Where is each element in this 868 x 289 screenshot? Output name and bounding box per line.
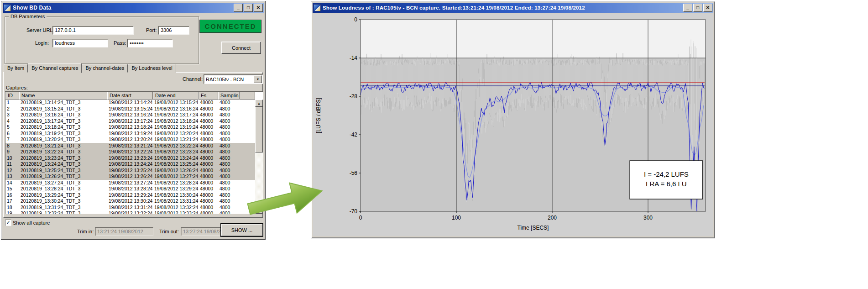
table-cell: 4800 [218,168,240,174]
table-cell: 19/08/2012 13:30:24 [153,192,199,199]
table-cell: 19/08/2012 13:32:24 [153,205,199,211]
table-row[interactable]: 820120819_13:21:24_TDT_319/08/2012 13:21… [5,143,255,149]
maximize-icon[interactable]: □ [244,4,253,12]
table-cell: 20120819_13:24:24_TDT_3 [19,161,107,168]
connect-button[interactable]: Connect [221,42,261,54]
table-cell: 20120819_13:15:24_TDT_3 [19,106,107,112]
right-window-titlebar[interactable]: Show Loudness of : RAC105tv - BCN captur… [313,3,713,13]
table-cell: 20120819_13:26:24_TDT_3 [19,173,107,180]
chevron-down-icon[interactable]: ▼ [254,75,262,83]
column-header-date-start[interactable]: Date start [107,92,153,100]
table-cell: 19/08/2012 13:22:24 [107,149,153,155]
close-icon[interactable]: ✕ [254,4,263,12]
table-row[interactable]: 420120819_13:17:24_TDT_319/08/2012 13:17… [5,118,255,125]
table-cell: 20120819_13:22:24_TDT_3 [19,149,107,155]
tab-by-channel-dates[interactable]: By channel-dates [82,64,128,73]
table-cell: 19/08/2012 13:27:24 [153,173,199,180]
table-cell: 19/08/2012 13:31:24 [153,198,199,205]
channel-combobox[interactable]: RAC105tv - BCN ▼ [204,74,263,84]
table-row[interactable]: 1820120819_13:31:24_TDT_319/08/2012 13:3… [5,205,255,211]
table-cell: 19/08/2012 13:22:24 [153,143,199,149]
trim-in-field: 13:21:24 19/08/2012 [95,227,153,236]
y-tick-label: -28 [350,93,358,100]
table-cell: 6 [5,131,19,137]
captures-table-header: IDNameDate startDate endFsSamplin... [5,92,255,100]
show-button[interactable]: SHOW ... [221,224,263,236]
table-cell: 4800 [218,205,240,211]
table-row[interactable]: 1720120819_13:30:24_TDT_319/08/2012 13:3… [5,198,255,205]
scrollbar-thumb[interactable] [255,107,263,152]
scroll-up-icon[interactable]: ▲ [255,100,263,107]
table-cell: 19/08/2012 13:24:24 [153,155,199,162]
table-cell: 19/08/2012 13:29:24 [107,192,153,199]
table-cell: 19/08/2012 13:33:24 [153,210,199,214]
desktop: Show BD Data _ □ ✕ DB Parameters Server … [0,0,868,289]
table-cell: 2 [5,106,19,112]
table-cell: 20120819_13:31:24_TDT_3 [19,205,107,211]
column-header-samplin-[interactable]: Samplin... [218,92,240,100]
tab-by-loudness-level[interactable]: By Loudness level [128,64,176,73]
password-field[interactable]: •••••••• [127,39,173,47]
table-row[interactable]: 1120120819_13:24:24_TDT_319/08/2012 13:2… [5,161,255,168]
table-row[interactable]: 720120819_13:20:24_TDT_319/08/2012 13:20… [5,137,255,143]
table-row[interactable]: 120120819_13:14:24_TDT_319/08/2012 13:14… [5,100,255,106]
table-row[interactable]: 920120819_13:22:24_TDT_319/08/2012 13:22… [5,149,255,155]
show-all-capture-checkbox[interactable]: ✓ [5,220,11,226]
table-row[interactable]: 520120819_13:18:24_TDT_319/08/2012 13:18… [5,124,255,131]
minimize-icon[interactable]: _ [683,4,692,12]
left-window-buttons: _ □ ✕ [234,4,263,12]
table-row[interactable]: 1520120819_13:28:24_TDT_319/08/2012 13:2… [5,186,255,192]
port-field[interactable]: 3306 [158,26,189,35]
table-cell: 10 [5,155,19,162]
tab-bar: By ItemBy Channel capturesBy channel-dat… [4,63,176,73]
channel-value: RAC105tv - BCN [204,77,253,82]
column-header-date-end[interactable]: Date end [153,92,199,100]
table-row[interactable]: 320120819_13:16:24_TDT_319/08/2012 13:16… [5,112,255,118]
table-cell: 48000 [199,186,218,192]
login-field[interactable]: loudness [52,39,108,47]
table-cell: 4800 [218,186,240,192]
column-header-name[interactable]: Name [19,92,107,100]
server-url-field[interactable]: 127.0.0.1 [52,26,134,35]
tab-by-item[interactable]: By Item [4,64,28,73]
table-cell: 20120819_13:28:24_TDT_3 [19,186,107,192]
table-cell: 19/08/2012 13:21:24 [107,143,153,149]
table-cell: 4800 [218,161,240,168]
close-icon[interactable]: ✕ [703,4,712,12]
table-cell: 19/08/2012 13:19:24 [107,131,153,137]
show-loudness-window: Show Loudness of : RAC105tv - BCN captur… [311,1,715,238]
left-window-titlebar[interactable]: Show BD Data _ □ ✕ [3,3,264,13]
captures-table-body: 120120819_13:14:24_TDT_319/08/2012 13:14… [5,100,255,214]
table-cell: 20120819_13:21:24_TDT_3 [19,143,107,149]
y-axis-title: [LUFS / dBFS] [315,98,322,133]
table-row[interactable]: 1620120819_13:29:24_TDT_319/08/2012 13:2… [5,192,255,199]
table-cell: 4800 [218,149,240,155]
table-row[interactable]: 620120819_13:19:24_TDT_319/08/2012 13:19… [5,131,255,137]
show-all-capture-label: Show all capture [13,220,50,226]
table-cell: 19/08/2012 13:20:24 [153,131,199,137]
column-header-id[interactable]: ID [5,92,19,100]
table-row[interactable]: 1320120819_13:26:24_TDT_319/08/2012 13:2… [5,173,255,180]
upper-band [361,20,706,58]
table-cell: 11 [5,161,19,168]
maximize-icon[interactable]: □ [693,4,702,12]
pass-label: Pass: [114,40,126,46]
annotation-integrated-value: I = -24,2 LUFS [644,170,689,178]
table-row[interactable]: 1220120819_13:25:24_TDT_319/08/2012 13:2… [5,168,255,174]
table-cell: 19/08/2012 13:31:24 [107,205,153,211]
table-row[interactable]: 1020120819_13:23:24_TDT_319/08/2012 13:2… [5,155,255,162]
table-cell: 19/08/2012 13:23:24 [153,149,199,155]
minimize-icon[interactable]: _ [234,4,243,12]
table-cell: 20120819_13:23:24_TDT_3 [19,155,107,162]
table-row[interactable]: 1920120819_13:32:24_TDT_319/08/2012 13:3… [5,210,255,214]
table-cell: 4800 [218,143,240,149]
table-row[interactable]: 220120819_13:15:24_TDT_319/08/2012 13:15… [5,106,255,112]
tab-by-channel-captures[interactable]: By Channel captures [28,63,82,73]
table-cell: 19/08/2012 13:21:24 [153,137,199,143]
table-row[interactable]: 1420120819_13:27:24_TDT_319/08/2012 13:2… [5,180,255,186]
table-cell: 48000 [199,173,218,180]
table-cell: 48000 [199,205,218,211]
column-header-fs[interactable]: Fs [199,92,218,100]
chart-app-icon [314,4,321,11]
db-parameters-groupbox: DB Parameters Server URL: 127.0.0.1 Port… [5,16,199,64]
